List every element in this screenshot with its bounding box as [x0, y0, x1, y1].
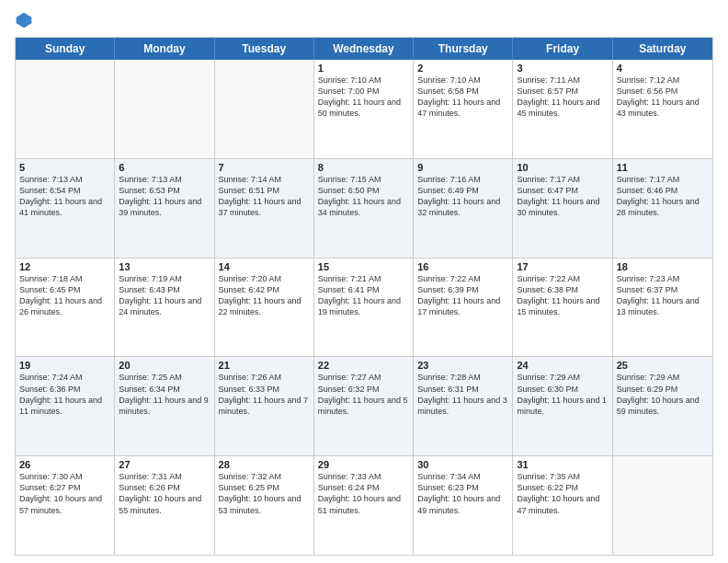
day-info: Sunrise: 7:11 AM Sunset: 6:57 PM Dayligh… — [517, 75, 608, 120]
calendar-cell: 17Sunrise: 7:22 AM Sunset: 6:38 PM Dayli… — [513, 259, 612, 357]
calendar-cell: 19Sunrise: 7:24 AM Sunset: 6:36 PM Dayli… — [16, 357, 115, 455]
calendar-header: SundayMondayTuesdayWednesdayThursdayFrid… — [16, 38, 712, 60]
calendar-cell: 15Sunrise: 7:21 AM Sunset: 6:41 PM Dayli… — [314, 259, 414, 357]
calendar-week-3: 12Sunrise: 7:18 AM Sunset: 6:45 PM Dayli… — [16, 259, 712, 358]
day-number: 20 — [119, 360, 210, 371]
day-number: 7 — [219, 162, 310, 173]
day-info: Sunrise: 7:25 AM Sunset: 6:34 PM Dayligh… — [119, 372, 210, 417]
day-number: 27 — [119, 459, 210, 470]
calendar-week-1: 1Sunrise: 7:10 AM Sunset: 7:00 PM Daylig… — [16, 60, 712, 159]
day-number: 4 — [617, 63, 709, 74]
day-info: Sunrise: 7:20 AM Sunset: 6:42 PM Dayligh… — [219, 273, 310, 318]
header-day-monday: Monday — [115, 38, 214, 60]
calendar-week-2: 5Sunrise: 7:13 AM Sunset: 6:54 PM Daylig… — [16, 159, 712, 259]
logo — [15, 11, 37, 29]
day-info: Sunrise: 7:34 AM Sunset: 6:23 PM Dayligh… — [417, 471, 508, 516]
day-number: 22 — [318, 360, 409, 371]
calendar-cell — [115, 60, 214, 158]
calendar-cell: 23Sunrise: 7:28 AM Sunset: 6:31 PM Dayli… — [414, 357, 513, 455]
day-info: Sunrise: 7:10 AM Sunset: 6:58 PM Dayligh… — [417, 75, 508, 120]
calendar-cell: 7Sunrise: 7:14 AM Sunset: 6:51 PM Daylig… — [215, 159, 314, 258]
calendar-cell: 12Sunrise: 7:18 AM Sunset: 6:45 PM Dayli… — [16, 259, 115, 357]
day-number: 21 — [219, 360, 310, 371]
calendar-cell: 14Sunrise: 7:20 AM Sunset: 6:42 PM Dayli… — [215, 259, 314, 357]
header-day-tuesday: Tuesday — [215, 38, 314, 60]
day-info: Sunrise: 7:22 AM Sunset: 6:38 PM Dayligh… — [517, 273, 608, 318]
day-info: Sunrise: 7:15 AM Sunset: 6:50 PM Dayligh… — [318, 174, 409, 219]
day-number: 30 — [417, 459, 508, 470]
day-number: 19 — [19, 360, 110, 371]
day-number: 26 — [19, 459, 110, 470]
calendar-cell: 29Sunrise: 7:33 AM Sunset: 6:24 PM Dayli… — [314, 456, 414, 555]
day-number: 15 — [318, 261, 409, 272]
day-number: 3 — [517, 63, 608, 74]
day-info: Sunrise: 7:16 AM Sunset: 6:49 PM Dayligh… — [417, 174, 508, 219]
day-number: 24 — [517, 360, 608, 371]
header — [15, 11, 713, 29]
day-info: Sunrise: 7:28 AM Sunset: 6:31 PM Dayligh… — [417, 372, 508, 417]
day-info: Sunrise: 7:30 AM Sunset: 6:27 PM Dayligh… — [19, 471, 110, 516]
day-info: Sunrise: 7:26 AM Sunset: 6:33 PM Dayligh… — [219, 372, 310, 417]
day-info: Sunrise: 7:22 AM Sunset: 6:39 PM Dayligh… — [417, 273, 508, 318]
calendar-cell: 8Sunrise: 7:15 AM Sunset: 6:50 PM Daylig… — [314, 159, 414, 258]
calendar-cell: 9Sunrise: 7:16 AM Sunset: 6:49 PM Daylig… — [414, 159, 513, 258]
calendar-cell — [16, 60, 115, 158]
calendar-cell: 4Sunrise: 7:12 AM Sunset: 6:56 PM Daylig… — [613, 60, 712, 158]
calendar-cell: 11Sunrise: 7:17 AM Sunset: 6:46 PM Dayli… — [613, 159, 712, 258]
page: SundayMondayTuesdayWednesdayThursdayFrid… — [0, 0, 728, 563]
day-info: Sunrise: 7:21 AM Sunset: 6:41 PM Dayligh… — [318, 273, 409, 318]
calendar-cell: 5Sunrise: 7:13 AM Sunset: 6:54 PM Daylig… — [16, 159, 115, 258]
header-day-saturday: Saturday — [613, 38, 712, 60]
day-number: 28 — [219, 459, 310, 470]
day-info: Sunrise: 7:32 AM Sunset: 6:25 PM Dayligh… — [219, 471, 310, 516]
day-number: 17 — [517, 261, 608, 272]
calendar-cell: 20Sunrise: 7:25 AM Sunset: 6:34 PM Dayli… — [115, 357, 214, 455]
calendar-cell: 25Sunrise: 7:29 AM Sunset: 6:29 PM Dayli… — [613, 357, 712, 455]
day-info: Sunrise: 7:24 AM Sunset: 6:36 PM Dayligh… — [19, 372, 110, 417]
day-number: 6 — [119, 162, 210, 173]
day-number: 9 — [417, 162, 508, 173]
calendar-cell: 21Sunrise: 7:26 AM Sunset: 6:33 PM Dayli… — [215, 357, 314, 455]
calendar-cell: 18Sunrise: 7:23 AM Sunset: 6:37 PM Dayli… — [613, 259, 712, 357]
calendar-cell: 6Sunrise: 7:13 AM Sunset: 6:53 PM Daylig… — [115, 159, 214, 258]
day-info: Sunrise: 7:13 AM Sunset: 6:54 PM Dayligh… — [19, 174, 110, 219]
calendar-cell: 3Sunrise: 7:11 AM Sunset: 6:57 PM Daylig… — [513, 60, 612, 158]
day-info: Sunrise: 7:13 AM Sunset: 6:53 PM Dayligh… — [119, 174, 210, 219]
day-info: Sunrise: 7:17 AM Sunset: 6:46 PM Dayligh… — [617, 174, 709, 219]
day-info: Sunrise: 7:29 AM Sunset: 6:29 PM Dayligh… — [617, 372, 709, 417]
day-number: 31 — [517, 459, 608, 470]
day-info: Sunrise: 7:19 AM Sunset: 6:43 PM Dayligh… — [119, 273, 210, 318]
calendar-cell — [215, 60, 314, 158]
day-info: Sunrise: 7:14 AM Sunset: 6:51 PM Dayligh… — [219, 174, 310, 219]
day-info: Sunrise: 7:10 AM Sunset: 7:00 PM Dayligh… — [318, 75, 409, 120]
header-day-friday: Friday — [513, 38, 612, 60]
calendar-cell: 2Sunrise: 7:10 AM Sunset: 6:58 PM Daylig… — [414, 60, 513, 158]
header-day-wednesday: Wednesday — [314, 38, 414, 60]
calendar: SundayMondayTuesdayWednesdayThursdayFrid… — [15, 37, 713, 556]
day-number: 12 — [19, 261, 110, 272]
calendar-cell: 26Sunrise: 7:30 AM Sunset: 6:27 PM Dayli… — [16, 456, 115, 555]
calendar-cell: 24Sunrise: 7:29 AM Sunset: 6:30 PM Dayli… — [513, 357, 612, 455]
calendar-cell — [613, 456, 712, 555]
day-number: 11 — [617, 162, 709, 173]
day-info: Sunrise: 7:35 AM Sunset: 6:22 PM Dayligh… — [517, 471, 608, 516]
calendar-cell: 31Sunrise: 7:35 AM Sunset: 6:22 PM Dayli… — [513, 456, 612, 555]
day-number: 16 — [417, 261, 508, 272]
day-info: Sunrise: 7:17 AM Sunset: 6:47 PM Dayligh… — [517, 174, 608, 219]
day-number: 10 — [517, 162, 608, 173]
calendar-body: 1Sunrise: 7:10 AM Sunset: 7:00 PM Daylig… — [16, 60, 712, 555]
calendar-cell: 22Sunrise: 7:27 AM Sunset: 6:32 PM Dayli… — [314, 357, 414, 455]
calendar-cell: 1Sunrise: 7:10 AM Sunset: 7:00 PM Daylig… — [314, 60, 414, 158]
day-info: Sunrise: 7:12 AM Sunset: 6:56 PM Dayligh… — [617, 75, 709, 120]
day-number: 1 — [318, 63, 409, 74]
day-info: Sunrise: 7:31 AM Sunset: 6:26 PM Dayligh… — [119, 471, 210, 516]
day-info: Sunrise: 7:33 AM Sunset: 6:24 PM Dayligh… — [318, 471, 409, 516]
day-number: 14 — [219, 261, 310, 272]
general-blue-icon — [15, 11, 33, 29]
day-info: Sunrise: 7:23 AM Sunset: 6:37 PM Dayligh… — [617, 273, 709, 318]
header-day-sunday: Sunday — [16, 38, 115, 60]
day-info: Sunrise: 7:29 AM Sunset: 6:30 PM Dayligh… — [517, 372, 608, 417]
day-number: 25 — [617, 360, 709, 371]
calendar-week-4: 19Sunrise: 7:24 AM Sunset: 6:36 PM Dayli… — [16, 357, 712, 456]
calendar-cell: 13Sunrise: 7:19 AM Sunset: 6:43 PM Dayli… — [115, 259, 214, 357]
